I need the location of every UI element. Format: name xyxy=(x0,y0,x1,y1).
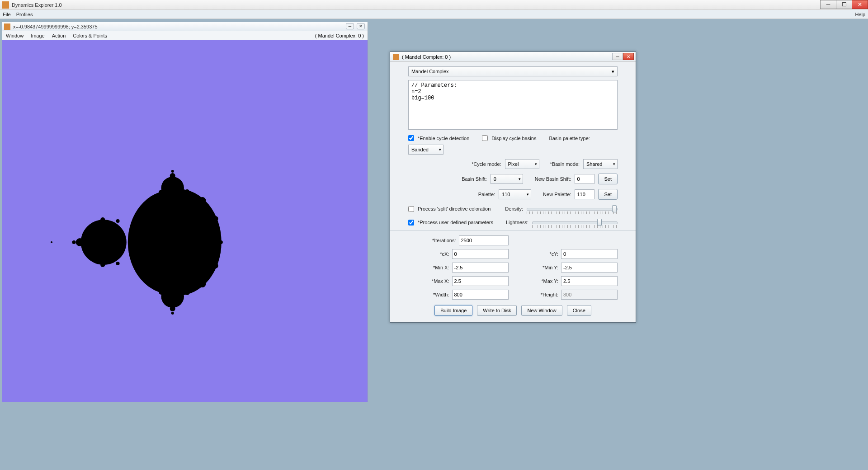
iterations-input[interactable] xyxy=(459,235,509,245)
svg-point-30 xyxy=(116,219,119,223)
maximize-button[interactable]: ☐ xyxy=(836,0,852,9)
menu-help[interactable]: Help xyxy=(855,12,865,17)
cycle-mode-label: *Cycle mode: xyxy=(472,161,501,167)
svg-point-22 xyxy=(185,189,189,194)
cx-input[interactable] xyxy=(452,249,509,259)
fractal-titlebar[interactable]: x=-0.9843749999999998; y=2.359375 ─ ✕ xyxy=(2,22,368,31)
cx-label: *cX: xyxy=(440,251,449,257)
cy-label: *cY: xyxy=(549,251,558,257)
build-image-button[interactable]: Build Image xyxy=(434,305,472,316)
iterations-label: *Iterations: xyxy=(432,238,456,243)
chevron-down-icon: ▾ xyxy=(527,192,529,197)
display-basins-label: Display cycle basins xyxy=(491,136,536,141)
maxx-input[interactable] xyxy=(452,276,509,286)
miny-label: *Min Y: xyxy=(542,265,558,270)
chevron-down-icon: ▾ xyxy=(519,177,521,181)
fractal-menu-image[interactable]: Image xyxy=(31,33,45,38)
close-button[interactable]: ✕ xyxy=(852,0,868,9)
fractal-menu-colors[interactable]: Colors & Points xyxy=(73,33,107,38)
svg-point-9 xyxy=(170,173,175,179)
chevron-down-icon: ▾ xyxy=(613,162,615,166)
app-menubar: File Profiles Help xyxy=(0,10,868,19)
new-palette-input[interactable] xyxy=(575,189,594,199)
process-user-params-checkbox[interactable] xyxy=(408,220,414,226)
chevron-down-icon: ▾ xyxy=(439,147,441,152)
app-title: Dynamics Explorer 1.0 xyxy=(12,2,62,8)
set-basin-shift-button[interactable]: Set xyxy=(598,174,618,184)
basin-mode-label: *Basin mode: xyxy=(550,161,580,167)
minx-input[interactable] xyxy=(452,263,509,273)
fractal-minimize-icon[interactable]: ─ xyxy=(346,23,354,29)
write-to-disk-button[interactable]: Write to Disk xyxy=(477,305,517,316)
width-input[interactable] xyxy=(452,290,509,300)
svg-point-16 xyxy=(147,197,153,204)
miny-input[interactable] xyxy=(561,263,618,273)
width-label: *Width: xyxy=(433,292,449,297)
basin-shift-label: Basin Shift: xyxy=(462,176,487,182)
enable-cycle-label: *Enable cycle detection xyxy=(418,136,469,141)
cy-input[interactable] xyxy=(561,249,618,259)
svg-point-8 xyxy=(161,177,184,199)
fractal-context-label: ( Mandel Complex: 0 ) xyxy=(315,33,364,38)
svg-point-32 xyxy=(219,240,223,244)
svg-point-19 xyxy=(213,263,218,268)
svg-point-28 xyxy=(87,226,91,230)
new-window-button[interactable]: New Window xyxy=(521,305,562,316)
maxy-input[interactable] xyxy=(561,276,618,286)
height-input xyxy=(561,290,618,300)
svg-point-17 xyxy=(147,281,153,287)
svg-point-26 xyxy=(100,217,105,222)
fractal-type-select[interactable]: Mandel Complex ▾ xyxy=(408,66,618,76)
set-palette-button[interactable]: Set xyxy=(598,189,618,200)
fractal-menu-action[interactable]: Action xyxy=(52,33,66,38)
mandelbrot-image xyxy=(2,40,368,402)
height-label: *Height: xyxy=(541,292,558,297)
process-split-checkbox[interactable] xyxy=(408,206,414,212)
menu-file[interactable]: File xyxy=(3,12,11,17)
dialog-title: ( Mandel Complex: 0 ) xyxy=(402,54,451,60)
coords-readout: x=-0.9843749999999998; y=2.359375 xyxy=(13,24,98,29)
svg-point-10 xyxy=(171,170,174,173)
maxx-label: *Max X: xyxy=(432,278,449,284)
svg-point-20 xyxy=(137,214,142,219)
fractal-type-value: Mandel Complex xyxy=(411,69,449,74)
display-basins-checkbox[interactable] xyxy=(482,135,488,141)
cycle-mode-select[interactable]: Pixel ▾ xyxy=(505,159,539,169)
chevron-down-icon: ▾ xyxy=(535,162,537,166)
parameters-textarea[interactable] xyxy=(408,80,618,130)
density-label: Density: xyxy=(505,206,523,212)
new-basin-shift-label: New Basin Shift: xyxy=(535,176,571,182)
fractal-menubar: Window Image Action Colors & Points ( Ma… xyxy=(2,31,368,40)
svg-point-11 xyxy=(161,285,184,308)
java-icon xyxy=(393,54,399,60)
new-basin-shift-input[interactable] xyxy=(575,174,594,184)
basin-mode-select[interactable]: Shared ▾ xyxy=(583,159,618,169)
svg-point-27 xyxy=(100,263,105,267)
menu-profiles[interactable]: Profiles xyxy=(16,12,33,17)
svg-point-14 xyxy=(198,197,206,204)
chevron-down-icon: ▾ xyxy=(612,69,614,75)
window-controls: ─ ☐ ✕ xyxy=(821,0,868,9)
fractal-viewport[interactable] xyxy=(2,40,368,402)
dialog-titlebar[interactable]: ( Mandel Complex: 0 ) ─ ✕ xyxy=(390,52,636,62)
svg-point-21 xyxy=(137,265,142,271)
palette-select[interactable]: 110 ▾ xyxy=(499,189,531,199)
close-button[interactable]: Close xyxy=(567,305,591,316)
svg-point-4 xyxy=(81,220,127,265)
enable-cycle-checkbox[interactable] xyxy=(408,135,414,141)
svg-point-13 xyxy=(171,312,174,315)
density-slider[interactable] xyxy=(527,204,618,213)
dialog-close-icon[interactable]: ✕ xyxy=(623,53,634,60)
app-icon xyxy=(2,1,9,9)
basin-shift-select[interactable]: 0 ▾ xyxy=(491,174,523,184)
palette-label: Palette: xyxy=(478,192,495,197)
minimize-button[interactable]: ─ xyxy=(820,0,836,9)
svg-point-12 xyxy=(170,306,175,311)
svg-point-24 xyxy=(159,190,163,194)
fractal-window: x=-0.9843749999999998; y=2.359375 ─ ✕ Wi… xyxy=(2,22,368,402)
lightness-slider[interactable] xyxy=(532,218,618,227)
dialog-minimize-icon[interactable]: ─ xyxy=(612,53,623,60)
basin-palette-type-select[interactable]: Banded ▾ xyxy=(408,145,443,155)
fractal-close-icon[interactable]: ✕ xyxy=(357,23,365,29)
fractal-menu-window[interactable]: Window xyxy=(6,33,24,38)
